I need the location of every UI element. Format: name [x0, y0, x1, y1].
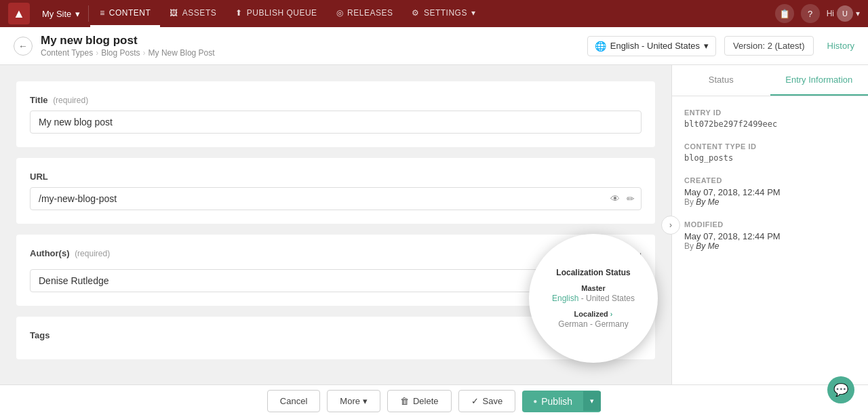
- sidebar-content: Entry ID blt072be297f2499eec Content Typ…: [672, 96, 868, 384]
- popup-highlight: English: [552, 294, 578, 303]
- publish-queue-icon: ⬆: [235, 8, 243, 18]
- more-button[interactable]: More ▾: [327, 390, 380, 412]
- save-button[interactable]: ✓ Save: [458, 390, 516, 412]
- tab-status[interactable]: Status: [672, 65, 770, 96]
- page-title: My new blog post: [41, 34, 579, 47]
- nav-item-publish-queue[interactable]: ⬆ PUBLISH QUEUE: [226, 0, 326, 27]
- nav-divider: [88, 5, 89, 22]
- popup-master-locale: English - United States: [552, 294, 635, 303]
- site-chevron-icon: ▾: [75, 9, 80, 19]
- authors-label: Author(s) (required): [30, 248, 110, 258]
- locale-selector[interactable]: 🌐 English - United States ▾: [587, 36, 716, 56]
- publish-chevron-icon: ▾: [590, 397, 594, 405]
- title-label: Title (required): [30, 95, 642, 105]
- breadcrumb-sep-1: ›: [96, 48, 98, 58]
- content-type-id-section: Content Type ID blog_posts: [684, 142, 856, 163]
- modified-label: Modified: [684, 220, 856, 229]
- breadcrumb-blog-posts[interactable]: Blog Posts: [101, 48, 140, 58]
- created-by: By By Me: [684, 197, 856, 207]
- created-label: Created: [684, 176, 856, 184]
- help-button[interactable]: ?: [801, 4, 820, 23]
- clipboard-button[interactable]: 📋: [775, 4, 794, 23]
- popup-master-label: Master: [581, 284, 605, 292]
- cancel-button[interactable]: Cancel: [267, 390, 320, 412]
- version-label: Version: 2 (Latest): [733, 41, 805, 51]
- site-name: My Site: [42, 9, 71, 19]
- popup-localized-arrow-icon: ›: [610, 310, 613, 318]
- title-required: (required): [53, 96, 88, 105]
- nav-item-releases[interactable]: ◎ RELEASES: [327, 0, 403, 27]
- globe-icon: 🌐: [595, 41, 606, 52]
- delete-icon: 🗑: [400, 396, 409, 406]
- created-date: May 07, 2018, 12:44 PM: [684, 187, 856, 197]
- history-link[interactable]: History: [827, 41, 854, 51]
- publish-label: Publish: [541, 396, 572, 407]
- breadcrumb-current: My New Blog Post: [149, 48, 215, 58]
- entry-id-label: Entry ID: [684, 108, 856, 117]
- breadcrumb-sep-2: ›: [143, 48, 146, 58]
- url-eye-button[interactable]: 👁: [609, 192, 621, 205]
- content-icon: ≡: [100, 8, 105, 18]
- author-name: Denise Rutledge: [39, 275, 600, 286]
- url-actions: 👁 ✏: [609, 192, 636, 205]
- url-input[interactable]: [30, 187, 642, 210]
- bottom-bar: Cancel More ▾ 🗑 Delete ✓ Save ● Publish …: [0, 384, 868, 417]
- nav-item-content[interactable]: ≡ CONTENT: [90, 0, 160, 27]
- created-section: Created May 07, 2018, 12:44 PM By By Me: [684, 176, 856, 207]
- localization-popup: Localization Status Master English - Uni…: [529, 234, 658, 363]
- main-layout: Title (required) URL 👁 ✏ Author(s) (requ…: [0, 65, 868, 384]
- url-field-group: URL 👁 ✏: [16, 158, 655, 224]
- more-chevron-icon: ▾: [363, 396, 368, 406]
- user-avatar: U: [837, 5, 853, 22]
- popup-title: Localization Status: [556, 268, 630, 277]
- nav-right: 📋 ? Hi U ▾: [775, 4, 860, 23]
- content-type-id-label: Content Type ID: [684, 142, 856, 151]
- site-selector[interactable]: My Site ▾: [35, 9, 87, 19]
- user-greeting: Hi: [827, 9, 834, 18]
- releases-icon: ◎: [336, 8, 344, 18]
- chat-button[interactable]: 💬: [827, 376, 854, 403]
- breadcrumb: Content Types › Blog Posts › My New Blog…: [41, 48, 579, 58]
- url-input-wrapper: 👁 ✏: [30, 187, 642, 210]
- authors-required: (required): [75, 249, 110, 258]
- popup-localized-label: Localized ›: [574, 310, 613, 318]
- top-nav: ▲ My Site ▾ ≡ CONTENT 🖼 ASSETS ⬆ PUBLISH…: [0, 0, 868, 27]
- url-edit-button[interactable]: ✏: [625, 192, 636, 205]
- entry-id-value: blt072be297f2499eec: [684, 119, 856, 129]
- modified-date: May 07, 2018, 12:44 PM: [684, 231, 856, 241]
- user-menu[interactable]: Hi U ▾: [827, 5, 860, 22]
- title-field-group: Title (required): [16, 81, 655, 147]
- nav-item-settings[interactable]: ⚙ SETTINGS ▾: [402, 0, 485, 27]
- user-chevron-icon: ▾: [856, 9, 860, 18]
- title-input[interactable]: [30, 111, 642, 134]
- sidebar-collapse-button[interactable]: ›: [661, 216, 680, 235]
- publish-main[interactable]: ● Publish: [522, 391, 583, 412]
- back-icon: ←: [18, 41, 28, 52]
- delete-button[interactable]: 🗑 Delete: [387, 390, 452, 412]
- version-box: Version: 2 (Latest): [724, 36, 814, 56]
- breadcrumb-area: My new blog post Content Types › Blog Po…: [41, 34, 579, 58]
- nav-item-assets[interactable]: 🖼 ASSETS: [160, 0, 226, 27]
- locale-value: English - United States: [610, 41, 700, 51]
- content-type-id-value: blog_posts: [684, 153, 856, 163]
- entry-id-section: Entry ID blt072be297f2499eec: [684, 108, 856, 129]
- sidebar: › Status Entry Information Entry ID blt0…: [671, 65, 868, 384]
- popup-german-locale: German - Germany: [558, 319, 628, 329]
- save-check-icon: ✓: [471, 396, 479, 406]
- publish-icon: ●: [533, 397, 537, 405]
- publish-button[interactable]: ● Publish ▾: [522, 391, 601, 412]
- assets-icon: 🖼: [170, 8, 178, 18]
- chat-icon: 💬: [833, 382, 848, 397]
- locale-chevron-icon: ▾: [704, 41, 709, 51]
- back-button[interactable]: ←: [14, 37, 33, 56]
- localization-popup-container: Localization Status Master English - Uni…: [529, 234, 658, 363]
- breadcrumb-content-types[interactable]: Content Types: [41, 48, 93, 58]
- site-logo: ▲: [8, 3, 30, 24]
- settings-icon: ⚙: [412, 8, 420, 18]
- publish-arrow-button[interactable]: ▾: [583, 391, 601, 411]
- sub-header: ← My new blog post Content Types › Blog …: [0, 27, 868, 65]
- sidebar-tabs: Status Entry Information: [672, 65, 868, 96]
- modified-by: By By Me: [684, 241, 856, 251]
- url-label: URL: [30, 172, 642, 182]
- tab-entry-information[interactable]: Entry Information: [770, 65, 869, 96]
